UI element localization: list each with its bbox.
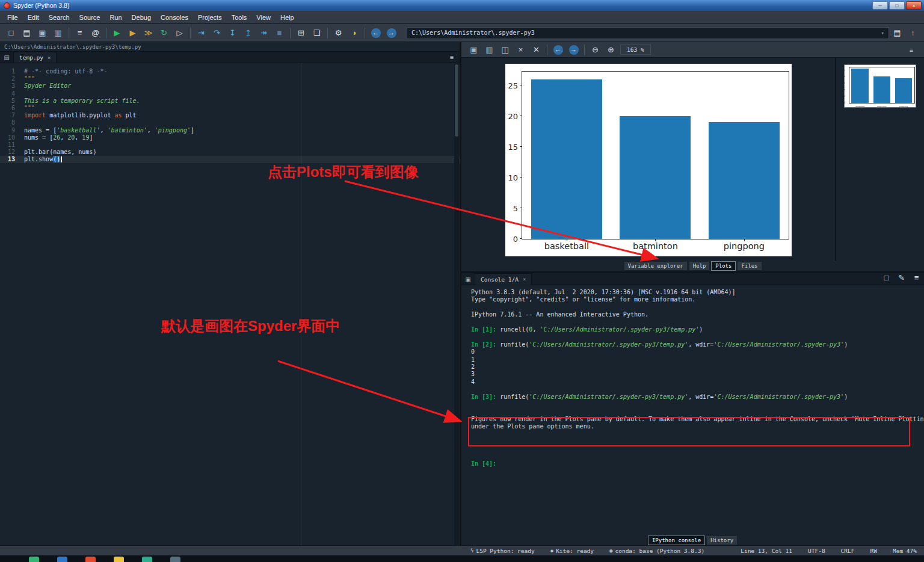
editor-line[interactable]: 3Spyder Editor: [0, 82, 460, 90]
taskbar-app-5[interactable]: [142, 557, 152, 562]
run-cell-button[interactable]: ▶: [125, 26, 140, 40]
file-switcher-button[interactable]: ≡: [72, 26, 87, 40]
zoom-out-button[interactable]: ⊖: [588, 43, 603, 57]
editor-line[interactable]: 4: [0, 90, 460, 97]
editor-scrollbar[interactable]: [454, 63, 459, 545]
preferences-button[interactable]: ⚙: [331, 26, 346, 40]
step-out-button[interactable]: ↥: [241, 26, 256, 40]
menu-run[interactable]: Run: [105, 12, 126, 23]
maximize-button[interactable]: □: [889, 1, 905, 10]
find-in-files-button[interactable]: @: [88, 26, 103, 40]
minimize-button[interactable]: ─: [872, 1, 888, 10]
next-plot-button[interactable]: →: [566, 43, 581, 57]
clear-console-icon: ✎: [898, 274, 905, 282]
editor-line[interactable]: 12plt.bar(names, nums): [0, 149, 460, 156]
save-file-button[interactable]: ▣: [35, 26, 50, 40]
menu-consoles[interactable]: Consoles: [156, 12, 193, 23]
editor-line[interactable]: 6""": [0, 105, 460, 112]
parent-directory-button[interactable]: ↑: [905, 26, 920, 40]
pythonpath-manager-button[interactable]: ◑: [346, 26, 362, 40]
kite-status[interactable]: ◆Kite: ready: [550, 548, 594, 554]
tab-files[interactable]: Files: [737, 261, 762, 271]
browse-working-directory-button[interactable]: ▤: [890, 26, 905, 40]
editor-options-button[interactable]: ≡: [444, 52, 460, 63]
remove-plot-button[interactable]: ×: [513, 43, 528, 57]
forward-button[interactable]: →: [384, 26, 399, 40]
editor-line[interactable]: 13plt.show(): [0, 156, 460, 163]
tab-help[interactable]: Help: [689, 261, 710, 271]
menu-projects[interactable]: Projects: [193, 12, 227, 23]
step-over-button[interactable]: ↷: [209, 26, 224, 40]
back-button[interactable]: ←: [368, 26, 383, 40]
menu-help[interactable]: Help: [276, 12, 299, 23]
previous-plot-button[interactable]: ←: [550, 43, 565, 57]
console-options-button[interactable]: ≡: [909, 270, 924, 285]
editor-scrollbar-thumb[interactable]: [455, 64, 458, 137]
maximize-pane-button[interactable]: ⊞: [294, 26, 309, 40]
browse-tabs-button[interactable]: ▤: [0, 52, 13, 63]
tab-ipython-console[interactable]: IPython console: [648, 536, 705, 545]
stop-debug-button[interactable]: ■: [272, 26, 287, 40]
run-cell-advance-button[interactable]: ≫: [141, 26, 156, 40]
editor-line[interactable]: 7import matplotlib.pyplot as plt: [0, 112, 460, 119]
editor-tab-temp-py[interactable]: temp.py ×: [13, 52, 57, 63]
run-file-button[interactable]: ▶: [109, 26, 125, 40]
editor-line[interactable]: 10nums = [26, 20, 19]: [0, 134, 460, 141]
remove-all-plots-button[interactable]: ✕: [529, 43, 544, 57]
fullscreen-button[interactable]: ❏: [309, 26, 324, 40]
menu-tools[interactable]: Tools: [227, 12, 252, 23]
working-directory-input[interactable]: C:\Users\Administrator\.spyder-py3 ▾: [407, 27, 889, 39]
debug-file-button[interactable]: ⇥: [194, 26, 209, 40]
menu-file[interactable]: File: [2, 12, 23, 23]
tab-plots[interactable]: Plots: [711, 261, 736, 271]
tab-history[interactable]: History: [706, 536, 738, 545]
close-button[interactable]: ×: [906, 1, 922, 10]
close-tab-icon[interactable]: ×: [48, 55, 51, 61]
console-tab[interactable]: Console 1/A ×: [475, 273, 532, 285]
close-icon: ×: [913, 3, 916, 8]
new-file-button[interactable]: □: [4, 26, 19, 40]
plot-figure[interactable]: 0510152025basketballbatmintonpingpong: [505, 64, 792, 256]
open-file-button[interactable]: ▤: [19, 26, 34, 40]
conda-status[interactable]: ◉conda: base (Python 3.8.3): [609, 548, 704, 554]
console-pane-button[interactable]: ▣: [461, 274, 475, 285]
taskbar-app-2[interactable]: [57, 557, 67, 562]
menu-debug[interactable]: Debug: [127, 12, 156, 23]
menu-edit[interactable]: Edit: [23, 12, 44, 23]
lsp-status[interactable]: ϟLSP Python: ready: [470, 548, 535, 554]
y-tick-label: 10: [508, 173, 519, 181]
continue-execution-button[interactable]: ↠: [256, 26, 271, 40]
taskbar-app-4[interactable]: [114, 557, 124, 562]
run-selection-button[interactable]: ▷: [172, 26, 187, 40]
editor-line[interactable]: 8: [0, 119, 460, 126]
tab-variable-explorer[interactable]: Variable explorer: [624, 261, 688, 271]
editor-line[interactable]: 9names = ['basketball', 'batminton', 'pi…: [0, 127, 460, 134]
step-into-button[interactable]: ↧: [225, 26, 240, 40]
menu-source[interactable]: Source: [75, 12, 105, 23]
title-bar[interactable]: Spyder (Python 3.8) ─ □ ×: [0, 0, 924, 11]
editor-line[interactable]: 1# -*- coding: utf-8 -*-: [0, 68, 460, 75]
ipython-console[interactable]: Python 3.8.3 (default, Jul 2 2020, 17:30…: [461, 285, 924, 536]
close-tab-icon[interactable]: ×: [523, 276, 526, 282]
save-all-button[interactable]: ▥: [51, 26, 66, 40]
plots-options-button[interactable]: ≡: [904, 45, 919, 55]
console-pane: ▣ Console 1/A × □✎≡ Python 3.8.3 (defaul…: [461, 273, 924, 545]
editor-line[interactable]: 2""": [0, 75, 460, 82]
copy-plot-button[interactable]: ◫: [497, 43, 513, 57]
editor-line[interactable]: 11: [0, 141, 460, 149]
rerun-cell-button[interactable]: ↻: [156, 26, 171, 40]
interrupt-kernel-button[interactable]: □: [879, 270, 894, 285]
save-all-plots-button[interactable]: ▥: [482, 43, 497, 57]
taskbar-app-1[interactable]: [29, 557, 39, 562]
zoom-in-icon: ⊕: [608, 46, 614, 54]
menu-view[interactable]: View: [251, 12, 276, 23]
save-plot-button[interactable]: ▣: [466, 43, 481, 57]
taskbar-app-6[interactable]: [170, 557, 180, 562]
zoom-in-button[interactable]: ⊕: [603, 43, 618, 57]
taskbar-app-3[interactable]: [85, 557, 96, 562]
editor-line[interactable]: 5This is a temporary script file.: [0, 97, 460, 105]
code-editor[interactable]: 1# -*- coding: utf-8 -*-2"""3Spyder Edit…: [0, 63, 460, 545]
clear-console-button[interactable]: ✎: [894, 270, 909, 285]
menu-search[interactable]: Search: [44, 12, 75, 23]
plot-thumbnail[interactable]: 0510152025basketballbatmintonpingpong: [845, 65, 916, 107]
